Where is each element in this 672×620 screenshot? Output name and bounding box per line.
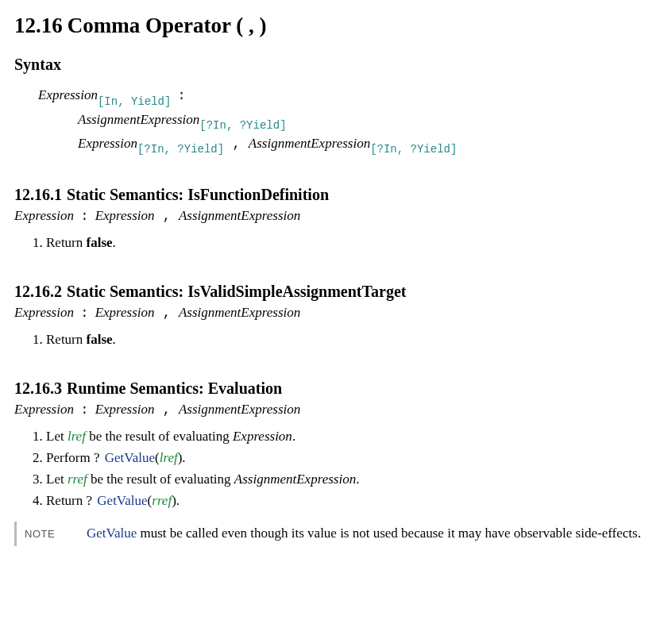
- section-title-text: Comma Operator ( , ): [68, 13, 267, 37]
- subsection-heading: 12.16.3Runtime Semantics: Evaluation: [14, 378, 658, 399]
- subsection-number: 12.16.3: [14, 379, 62, 397]
- grammar-params: [?In, ?Yield]: [199, 119, 286, 132]
- nonterminal: AssignmentExpression: [78, 112, 199, 127]
- algorithm-steps: Return false.: [32, 234, 658, 252]
- grammar-lhs: Expression[In, Yield] :: [38, 87, 658, 107]
- terminal-comma: ,: [163, 209, 171, 224]
- grammar-params: [?In, ?Yield]: [137, 143, 224, 156]
- grammar-params: [In, Yield]: [98, 95, 171, 108]
- variable-rref: rref: [68, 472, 87, 487]
- getvalue-link[interactable]: GetValue: [105, 450, 155, 465]
- variable-lref: lref: [160, 450, 178, 465]
- section-heading: 12.16Comma Operator ( , ): [14, 11, 658, 40]
- nonterminal: AssignmentExpression: [249, 136, 370, 151]
- nonterminal: AssignmentExpression: [179, 208, 300, 223]
- nonterminal: Expression: [78, 136, 137, 151]
- subsection-heading: 12.16.1Static Semantics: IsFunctionDefin…: [14, 184, 658, 206]
- terminal-comma: ,: [232, 137, 240, 152]
- algorithm-steps: Return false.: [32, 331, 658, 349]
- algorithm-step: Let lref be the result of evaluating Exp…: [46, 428, 658, 446]
- value-false: false: [87, 332, 113, 347]
- production-header: Expression : Expression , AssignmentExpr…: [14, 401, 658, 420]
- algorithm-step: Return false.: [46, 234, 658, 252]
- note-body: GetValue must be called even though its …: [87, 525, 658, 543]
- nonterminal: AssignmentExpression: [234, 472, 356, 487]
- nonterminal: AssignmentExpression: [179, 305, 300, 320]
- variable-lref: lref: [68, 429, 86, 444]
- subsection-heading: 12.16.2Static Semantics: IsValidSimpleAs…: [14, 281, 658, 302]
- nonterminal: Expression: [14, 305, 74, 320]
- nonterminal: Expression: [233, 429, 292, 444]
- value-false: false: [87, 235, 113, 250]
- subsection-title-text: Static Semantics: IsFunctionDefinition: [67, 186, 329, 203]
- syntax-heading: Syntax: [14, 54, 658, 75]
- grammar-colon: :: [80, 209, 88, 224]
- grammar-colon: :: [80, 306, 88, 321]
- grammar-rhs: AssignmentExpression[?In, ?Yield]: [78, 111, 658, 132]
- getvalue-link[interactable]: GetValue: [97, 493, 147, 508]
- production-header: Expression : Expression , AssignmentExpr…: [14, 207, 658, 226]
- subsection-title-text: Runtime Semantics: Evaluation: [67, 379, 282, 397]
- algorithm-step: Perform ? GetValue(lref).: [46, 449, 658, 468]
- note-block: NOTE GetValue must be called even though…: [14, 522, 658, 546]
- algorithm-step: Return ? GetValue(rref).: [46, 492, 658, 510]
- grammar-params: [?In, ?Yield]: [370, 143, 457, 156]
- variable-rref: rref: [152, 493, 172, 508]
- section-number: 12.16: [14, 13, 63, 37]
- production-header: Expression : Expression , AssignmentExpr…: [14, 304, 658, 323]
- nonterminal: Expression: [95, 402, 155, 417]
- grammar-block: Expression[In, Yield] : AssignmentExpres…: [38, 87, 658, 156]
- grammar-colon: :: [80, 402, 88, 418]
- nonterminal: Expression: [14, 208, 74, 223]
- algorithm-steps: Let lref be the result of evaluating Exp…: [32, 428, 658, 510]
- nonterminal: Expression: [38, 87, 98, 102]
- subsection-number: 12.16.1: [14, 186, 62, 203]
- nonterminal: AssignmentExpression: [179, 402, 300, 417]
- getvalue-link[interactable]: GetValue: [87, 526, 137, 541]
- algorithm-step: Return false.: [46, 331, 658, 349]
- nonterminal: Expression: [95, 208, 155, 223]
- subsection-number: 12.16.2: [14, 283, 62, 300]
- terminal-comma: ,: [163, 306, 171, 321]
- grammar-colon: :: [178, 88, 186, 103]
- nonterminal: Expression: [14, 402, 74, 417]
- grammar-rhs: Expression[?In, ?Yield] , AssignmentExpr…: [78, 135, 658, 156]
- algorithm-step: Let rref be the result of evaluating Ass…: [46, 471, 658, 489]
- note-label: NOTE: [25, 525, 87, 541]
- subsection-title-text: Static Semantics: IsValidSimpleAssignmen…: [67, 283, 406, 300]
- nonterminal: Expression: [95, 305, 155, 320]
- terminal-comma: ,: [163, 402, 171, 418]
